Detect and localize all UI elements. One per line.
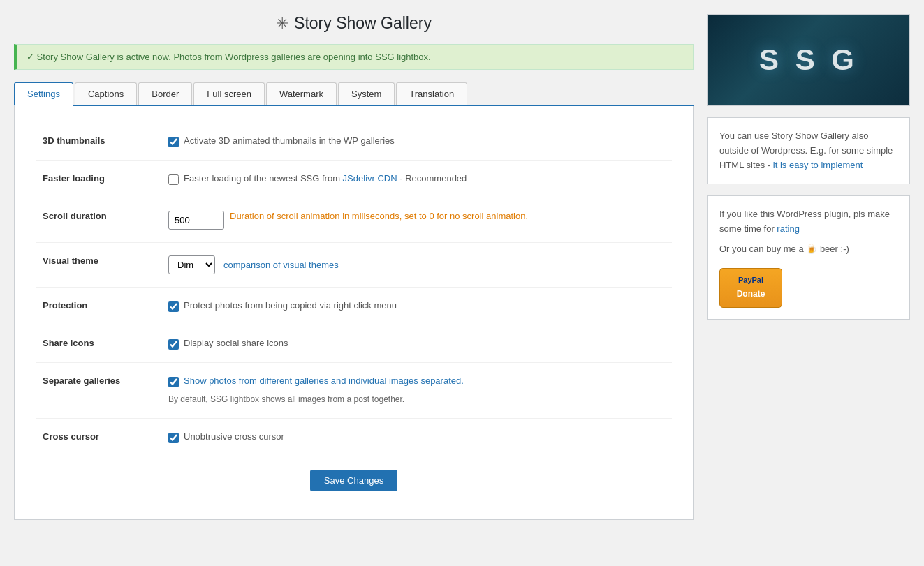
tab-watermark[interactable]: Watermark [266,82,337,105]
cdn-link[interactable]: JSdelivr CDN [343,173,397,184]
input-scroll-duration[interactable] [168,211,224,230]
label-visual-theme: Visual theme [36,243,161,288]
control-protection: Protect photos from being copied via rig… [161,288,672,325]
sidebar-info-card: You can use Story Show Gallery also outs… [707,117,910,184]
row-share-icons: Share icons Display social share icons [36,325,672,363]
main-content: ✳ Story Show Gallery ✓ Story Show Galler… [14,14,694,520]
desc-scroll-duration: Duration of scroll animation in miliseco… [230,211,528,221]
select-visual-theme[interactable]: Dim Light Dark [168,255,215,274]
tab-settings[interactable]: Settings [14,82,73,106]
control-share-icons: Display social share icons [161,325,672,363]
row-separate-galleries: Separate galleries Show photos from diff… [36,363,672,419]
notice-success: ✓ Story Show Gallery is active now. Phot… [14,44,694,70]
desc-cross-cursor: Unobtrusive cross cursor [184,431,284,442]
control-3d-thumbnails: Activate 3D animated thumbnails in the W… [161,123,672,161]
label-scroll-duration: Scroll duration [36,198,161,243]
checkbox-share-icons[interactable] [168,339,179,350]
sidebar-rating-paragraph: If you like this WordPress plugin, pls m… [719,207,898,237]
checkbox-label-protection[interactable]: Protect photos from being copied via rig… [168,300,397,312]
label-separate-galleries: Separate galleries [36,363,161,419]
tab-fullscreen[interactable]: Full screen [193,82,265,105]
sidebar-banner: S S G [708,15,909,105]
sidebar: S S G You can use Story Show Gallery als… [707,14,910,520]
label-faster-loading: Faster loading [36,161,161,198]
tabs-container: Settings Captions Border Full screen Wat… [14,82,694,106]
checkbox-label-faster[interactable]: Faster loading of the newest SSG from JS… [168,173,467,185]
row-scroll-duration: Scroll duration Duration of scroll anima… [36,198,672,243]
sidebar-beer-line: Or you can buy me a 🍺 beer :-) [719,242,898,257]
sidebar-rating-text: If you like this WordPress plugin, pls m… [708,196,909,318]
plugin-icon: ✳ [276,15,288,33]
desc-faster-loading: Faster loading of the newest SSG from JS… [184,173,467,184]
checkbox-separate-galleries[interactable] [168,377,179,387]
tab-system[interactable]: System [338,82,395,105]
paypal-label-donate: Donate [730,288,772,301]
settings-panel: 3D thumbnails Activate 3D animated thumb… [14,106,694,520]
control-scroll-duration: Duration of scroll animation in miliseco… [161,198,672,243]
row-cross-cursor: Cross cursor Unobtrusive cross cursor [36,419,672,456]
sidebar-image-card: S S G [707,14,910,106]
desc-3d-thumbnails: Activate 3D animated thumbnails in the W… [184,135,395,146]
save-button[interactable]: Save Changes [310,470,397,491]
sidebar-rating-card: If you like this WordPress plugin, pls m… [707,195,910,319]
desc-separate-link: Show photos from different galleries and… [184,375,464,386]
checkbox-protection[interactable] [168,301,179,312]
checkbox-label-share[interactable]: Display social share icons [168,338,288,350]
settings-table: 3D thumbnails Activate 3D animated thumb… [36,123,672,456]
tab-captions[interactable]: Captions [75,82,137,105]
visual-theme-link[interactable]: comparison of visual themes [223,260,339,270]
label-protection: Protection [36,288,161,325]
app-title-text: Story Show Gallery [294,14,432,33]
control-separate-galleries: Show photos from different galleries and… [161,363,672,419]
checkbox-cross-cursor[interactable] [168,433,179,443]
sidebar-rating-link[interactable]: rating [777,223,800,234]
row-visual-theme: Visual theme Dim Light Dark comparis [36,243,672,288]
label-3d-thumbnails: 3D thumbnails [36,123,161,161]
row-protection: Protection Protect photos from being cop… [36,288,672,325]
checkbox-faster-loading[interactable] [168,174,179,185]
save-button-row: Save Changes [36,456,672,498]
checkbox-label-cross[interactable]: Unobtrusive cross cursor [168,431,284,443]
sidebar-implement-link[interactable]: it is easy to implement [773,160,863,170]
paypal-label-top: PayPal [730,274,772,287]
checkbox-label-3d[interactable]: Activate 3D animated thumbnails in the W… [168,135,395,147]
label-share-icons: Share icons [36,325,161,363]
label-cross-cursor: Cross cursor [36,419,161,456]
row-faster-loading: Faster loading Faster loading of the new… [36,161,672,198]
plugin-title: ✳ Story Show Gallery [14,14,694,33]
checkbox-3d-thumbnails[interactable] [168,137,179,147]
sidebar-info-paragraph: You can use Story Show Gallery also outs… [719,129,898,172]
control-visual-theme: Dim Light Dark comparison of visual them… [161,243,672,288]
control-cross-cursor: Unobtrusive cross cursor [161,419,672,456]
notice-message: ✓ Story Show Gallery is active now. Phot… [27,52,431,62]
desc-share-icons: Display social share icons [184,338,288,348]
desc-separate-plain: By default, SSG lightbox shows all image… [168,393,404,405]
paypal-donate-button[interactable]: PayPal Donate [719,268,782,308]
row-3d-thumbnails: 3D thumbnails Activate 3D animated thumb… [36,123,672,161]
control-faster-loading: Faster loading of the newest SSG from JS… [161,161,672,198]
tab-translation[interactable]: Translation [396,82,467,105]
checkbox-label-separate[interactable]: Show photos from different galleries and… [168,375,464,387]
desc-protection: Protect photos from being copied via rig… [184,300,397,311]
ssg-logo: S S G [759,43,858,77]
tab-border[interactable]: Border [138,82,192,105]
sidebar-info-text: You can use Story Show Gallery also outs… [708,118,909,184]
